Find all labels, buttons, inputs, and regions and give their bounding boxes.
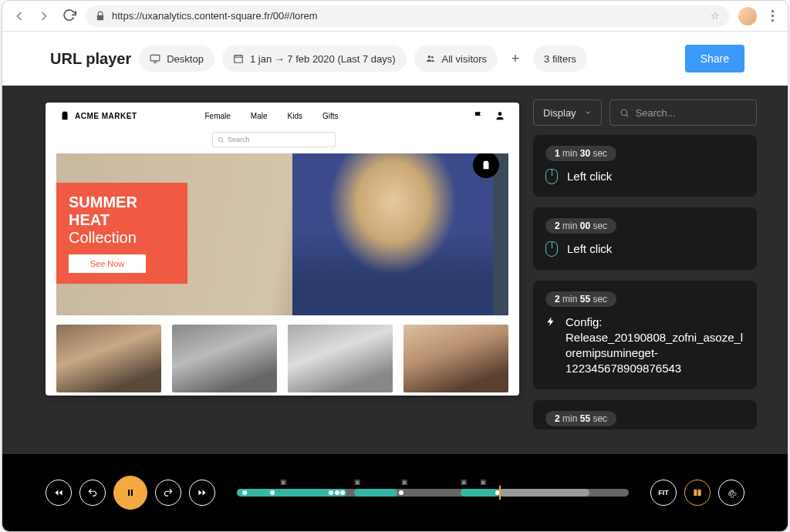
settings-button[interactable] [718, 480, 744, 506]
timeline-marker: ▣ [354, 478, 362, 486]
session-viewport: ACME MARKET Female Male Kids Gifts Searc… [46, 103, 519, 396]
mouse-icon [545, 169, 558, 184]
display-dropdown[interactable]: Display [533, 99, 602, 126]
product-thumb [172, 325, 277, 392]
svg-point-4 [498, 112, 502, 116]
svg-rect-9 [694, 490, 697, 496]
svg-rect-8 [131, 490, 133, 496]
lock-icon [95, 11, 106, 22]
product-thumb [403, 325, 508, 392]
svg-rect-10 [698, 490, 701, 496]
mouse-icon [545, 241, 558, 257]
date-filter[interactable]: 1 jan → 7 feb 2020 (Last 7 days) [222, 45, 407, 72]
back-button[interactable] [12, 8, 27, 24]
add-filter-button[interactable]: + [505, 49, 525, 69]
browser-menu-button[interactable] [766, 10, 778, 22]
skip-forward-button[interactable] [189, 480, 215, 506]
bolt-icon [545, 315, 556, 328]
svg-rect-0 [150, 55, 160, 61]
event-label: Left click [567, 241, 612, 257]
site-search-input: Search [212, 132, 336, 147]
share-button[interactable]: Share [685, 45, 744, 72]
forward-button [36, 8, 52, 24]
skip-back-button[interactable] [46, 480, 72, 506]
bag-badge [473, 153, 499, 178]
event-card[interactable]: 2 min 00 sec Left click [533, 207, 757, 269]
event-card[interactable]: 2 min 55 sec Config: Release_20190808_zo… [533, 281, 757, 389]
audience-filter[interactable]: All visitors [414, 45, 498, 72]
timeline-marker: ▣ [461, 478, 468, 486]
site-nav: Female Male Kids Gifts [205, 112, 339, 120]
filters-count[interactable]: 3 filters [533, 45, 587, 72]
timeline-marker: ▣ [280, 478, 288, 486]
svg-rect-7 [128, 490, 130, 496]
svg-point-5 [219, 137, 223, 141]
event-timestamp: 2 min 55 sec [545, 291, 616, 307]
desktop-icon [150, 53, 160, 64]
timeline-marker: ▣ [480, 478, 488, 486]
timeline-marker: ▣ [401, 478, 409, 486]
svg-point-3 [430, 56, 433, 59]
svg-rect-1 [235, 56, 243, 62]
pause-button[interactable] [113, 476, 147, 510]
site-logo: ACME MARKET [59, 110, 137, 121]
event-card[interactable]: 2 min 55 sec [533, 400, 757, 429]
visitors-icon [425, 53, 436, 64]
device-filter[interactable]: Desktop [139, 45, 214, 72]
redo-button[interactable] [155, 480, 181, 506]
event-timestamp: 1 min 30 sec [545, 146, 616, 161]
reload-button[interactable] [61, 8, 76, 24]
flag-icon [473, 110, 484, 121]
event-timestamp: 2 min 00 sec [545, 218, 616, 234]
address-bar[interactable]: https://uxanalytics.content-square.fr/00… [86, 5, 729, 27]
star-icon[interactable]: ☆ [711, 10, 720, 22]
promo-banner: SUMMERHEATCollection See Now [56, 183, 187, 284]
timeline[interactable]: ▣ ▣ ▣ ▣ ▣ [237, 489, 629, 497]
fit-button[interactable]: FIT [650, 480, 677, 506]
svg-point-6 [621, 109, 627, 116]
calendar-icon [233, 53, 244, 64]
product-thumb [288, 325, 393, 392]
user-icon [495, 110, 505, 121]
url-text: https://uxanalytics.content-square.fr/00… [112, 10, 318, 22]
undo-button[interactable] [79, 480, 106, 506]
page-title: URL player [50, 50, 131, 68]
svg-point-2 [427, 56, 430, 59]
event-label: Left click [567, 169, 612, 184]
profile-avatar[interactable] [738, 7, 757, 25]
chevron-down-icon [584, 109, 592, 116]
layout-toggle-button[interactable] [684, 480, 711, 506]
event-label: Config: Release_20190808_zofni_asoze_lor… [565, 315, 744, 377]
events-search-input[interactable]: Search... [609, 99, 757, 126]
event-timestamp: 2 min 55 sec [545, 411, 616, 426]
event-card[interactable]: 1 min 30 sec Left click [533, 135, 757, 197]
search-icon [620, 108, 630, 118]
promo-cta: See Now [69, 254, 146, 273]
product-thumb [56, 325, 161, 392]
